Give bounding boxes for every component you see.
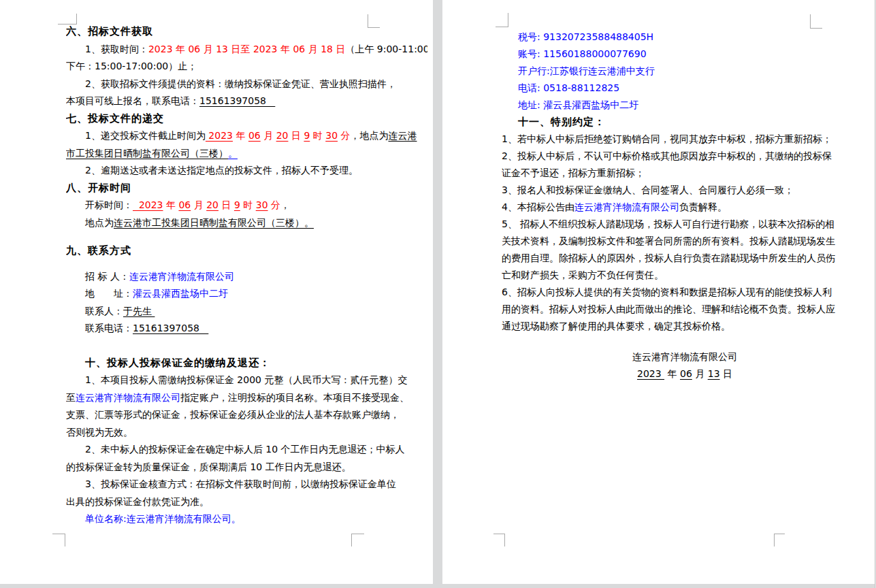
text-line: 开户行:江苏银行连云港浦中支行 xyxy=(502,63,868,80)
text-line: 3、报名人和投标保证金缴纳人、合同签署人、合同履行人必须一致； xyxy=(502,182,868,199)
text-line: 证金不予退还，招标方重新招标； xyxy=(502,165,868,182)
text-line: 单位名称:连云港宵洋物流有限公司。 xyxy=(66,510,427,528)
text-line: 1、递交投标文件截止时间为 2023 年 06 月 20 日 9 时 30 分，… xyxy=(66,127,427,145)
text-line: 十、投标人投标保证金的缴纳及退还： xyxy=(66,355,427,372)
text-line: 支票、汇票等形式的保证金，投标保证金必须从企业的法人基本存款账户缴纳， xyxy=(66,406,427,424)
text-segment-red: 月 xyxy=(261,130,276,141)
text-segment: 2、逾期送达或者未送达指定地点的投标文件，招标人不予受理。 xyxy=(85,165,358,176)
text-line: 2、投标人中标后，不认可中标价格或其他原因放弃中标权的，其缴纳的投标保 xyxy=(502,148,868,165)
text-segment: 2、获取招标文件须提供的资料：缴纳投标保证金凭证、营业执照扫描件， xyxy=(85,78,396,89)
text-segment-red: 9 xyxy=(304,130,310,141)
text-segment-red: 2023 xyxy=(133,199,163,210)
text-segment-red: 20 xyxy=(206,199,218,210)
text-line: 十一、特别约定： xyxy=(502,114,868,131)
page-gutter xyxy=(433,0,442,584)
text-line: 关技术资料，及编制投标文件和签署合同所需的所有资料。投标人踏勘现场发生 xyxy=(502,233,868,250)
text-line: 账号: 11560188000077690 xyxy=(502,46,868,63)
text-segment: 3、报名人和投标保证金缴纳人、合同签署人、合同履行人必须一致； xyxy=(502,184,794,195)
text-segment-blue: 地址: 灌云县灌西盐场中二圩 xyxy=(518,99,638,110)
text-segment-blue: 连云港宵洋物流有限公司 xyxy=(574,201,679,212)
text-line: 至连云港宵洋物流有限公司指定账户，注明投标的项目名称。本项目不接受现金、 xyxy=(66,389,427,407)
text-segment: 15161397058 xyxy=(133,323,208,333)
text-line: 1、若中标人中标后拒绝签订购销合同，视同其放弃中标权，招标方重新招标； xyxy=(502,131,868,148)
text-segment-red: 9 xyxy=(234,199,240,210)
text-segment: 5、 招标人不组织投标人踏勘现场，投标人可自行进行勘察，以获本次招标的相 xyxy=(502,218,834,229)
text-segment: 否则视为无效。 xyxy=(66,427,133,438)
text-segment: 负责解释。 xyxy=(679,201,727,212)
text-segment-red: 20 xyxy=(276,130,289,141)
text-boundary-mark xyxy=(52,534,65,546)
text-segment-red: 年 xyxy=(163,199,179,210)
text-line: 4、本招标公告由连云港宵洋物流有限公司负责解释。 xyxy=(502,199,868,216)
text-line: 6、招标人向投标人提供的有关货物的资料和数据是招标人现有的能使投标人利 xyxy=(502,284,868,301)
text-line: 1、获取时间：2023 年 06 月 13 日至 2023 年 06 月 18 … xyxy=(66,41,427,59)
text-segment: 1、本项目投标人需缴纳投标保证金 2000 元整（人民币大写：贰仟元整）交 xyxy=(85,374,407,385)
text-segment: 4、本招标公告由 xyxy=(502,201,574,212)
section-heading: 九、联系方式 xyxy=(66,244,131,257)
text-line: 3、投标保证金核查方式：在招标文件获取时间前，以缴纳投标保证金单位 xyxy=(66,476,427,493)
text-segment-red: 30 xyxy=(325,130,338,141)
text-segment-red: 30 xyxy=(256,199,268,210)
text-line: 连云港宵洋物流有限公司 xyxy=(502,348,868,365)
page-right-text: 税号: 91320723588488405H账号: 11560188000077… xyxy=(502,0,868,584)
text-line: 的费用自理。除招标人的原因外，投标人自行负责在踏勘现场中所发生的人员伤 xyxy=(502,250,868,267)
text-segment: 联系人： xyxy=(85,306,123,316)
text-segment: 于先生 xyxy=(123,306,155,316)
text-segment-red: 年 xyxy=(233,130,248,141)
text-line: 本项目可线上报名，联系电话：15161397058 xyxy=(66,93,427,110)
text-segment: 06 xyxy=(680,368,692,379)
text-line: 的投标保证金转为质量保证金，质保期满后 10 工作日内无息退还。 xyxy=(66,459,427,476)
canvas-background xyxy=(0,584,876,588)
text-segment: 连云港 xyxy=(389,130,417,141)
text-line: 5、 招标人不组织投标人踏勘现场，投标人可自行进行勘察，以获本次招标的相 xyxy=(502,216,868,233)
text-line: 2023 年 06 月 13 日 xyxy=(502,365,868,382)
text-line: 亡和财产损失，采购方不负任何责任。 xyxy=(502,267,868,284)
text-line: 联系人：于先生 xyxy=(66,303,427,321)
text-segment: 日 xyxy=(720,368,732,379)
text-segment-red: 分 xyxy=(268,199,280,210)
page-left[interactable]: 六、招标文件获取1、获取时间：2023 年 06 月 13 日至 2023 年 … xyxy=(0,0,433,584)
text-segment: 用的资料。招标人对投标人由此而做出的推论、理解和结论概不负责。投标人应 xyxy=(502,304,835,314)
text-line: 开标时间： 2023 年 06 月 20 日 9 时 30 分， xyxy=(66,197,427,214)
text-segment: 指定账户，注明投标的项目名称。本项目不接受现金、 xyxy=(180,392,409,403)
text-line: 通过现场勘察了解使用的具体要求，确定其投标价格。 xyxy=(502,318,868,335)
text-segment-blue: 税号: 91320723588488405H xyxy=(518,31,653,42)
text-line: 地 址：灌云县灌西盐场中二圩 xyxy=(66,285,427,303)
text-segment: 支票、汇票等形式的保证金，投标保证金必须从企业的法人基本存款账户缴纳， xyxy=(66,409,400,420)
text-segment-red: 日 xyxy=(288,130,304,141)
text-line: 下午：15:00-17:00:00）止； xyxy=(66,58,427,76)
text-segment: 1、递交投标文件截止时间为 xyxy=(85,130,206,141)
text-segment-red: 时 xyxy=(240,199,256,210)
text-segment: 本项目可线上报名，联系电话： xyxy=(66,95,199,106)
text-line: 用的资料。招标人对投标人由此而做出的推论、理解和结论概不负责。投标人应 xyxy=(502,301,868,318)
text-segment-red: 时 xyxy=(310,130,325,141)
section-heading: 六、招标文件获取 xyxy=(66,25,153,37)
text-segment: 1、获取时间： xyxy=(85,44,148,54)
text-line: 联系电话：15161397058 xyxy=(66,320,427,338)
text-segment: 亡和财产损失，采购方不负任何责任。 xyxy=(502,270,664,280)
text-segment-red: 月 xyxy=(191,199,206,210)
text-segment: 的投标保证金转为质量保证金，质保期满后 10 工作日内无息退还。 xyxy=(66,461,351,472)
text-segment-red: 06 xyxy=(248,130,261,141)
section-heading: 七、投标文件的递交 xyxy=(66,112,164,125)
text-segment: 2023 xyxy=(637,368,664,379)
text-segment-blue: 账号: 11560188000077690 xyxy=(518,48,647,59)
text-segment-blue: 连云港宵洋物流有限公司 xyxy=(76,392,180,403)
section-heading: 八、开标时间 xyxy=(66,182,131,194)
text-line: 地址: 灌云县灌西盐场中二圩 xyxy=(502,97,868,114)
text-segment: 关技术资料，及编制投标文件和签署合同所需的所有资料。投标人踏勘现场发生 xyxy=(502,235,835,246)
text-segment: ， xyxy=(280,199,290,210)
text-line: 九、联系方式 xyxy=(66,242,427,260)
text-line: 否则视为无效。 xyxy=(66,424,427,442)
text-segment: 地点为 xyxy=(85,217,114,228)
text-segment-blue: 。 xyxy=(228,148,238,159)
page-left-text: 六、招标文件获取1、获取时间：2023 年 06 月 13 日至 2023 年 … xyxy=(66,0,427,584)
text-segment: 通过现场勘察了解使用的具体要求，确定其投标价格。 xyxy=(502,321,730,331)
text-segment: 6、招标人向投标人提供的有关货物的资料和数据是招标人现有的能使投标人利 xyxy=(502,287,832,297)
text-line: 招 标 人：连云港宵洋物流有限公司 xyxy=(66,268,427,286)
page-right[interactable]: 税号: 91320723588488405H账号: 11560188000077… xyxy=(442,0,875,584)
text-line: 出具的投标保证金付款凭证为准。 xyxy=(66,493,427,511)
text-segment: 15161397058 xyxy=(199,95,275,106)
text-segment: 1、若中标人中标后拒绝签订购销合同，视同其放弃中标权，招标方重新招标； xyxy=(502,133,832,144)
text-segment: ，地点为 xyxy=(351,130,389,141)
